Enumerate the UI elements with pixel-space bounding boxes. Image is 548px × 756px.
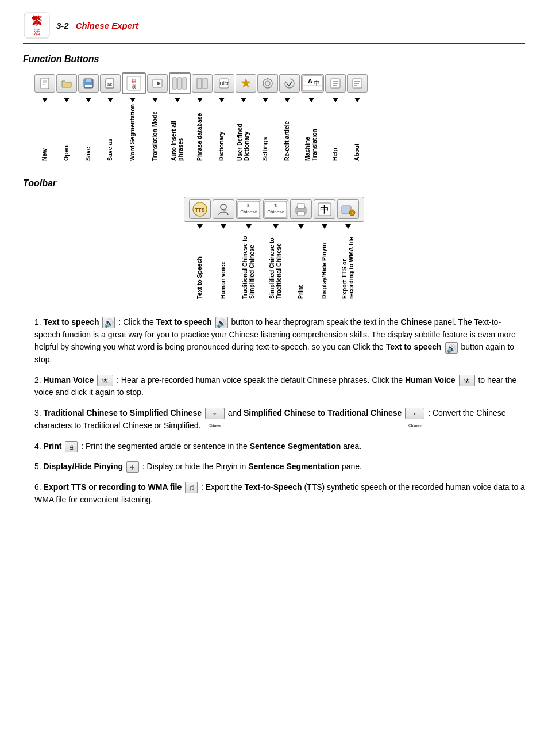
list-num-1: 1. [34, 317, 44, 327]
trad-to-simp-button[interactable]: S:Chinese [236, 199, 261, 219]
user-defined-dictionary-button[interactable] [236, 74, 256, 93]
page-number: 3-2 [56, 21, 69, 30]
toolbar-labels: Text to Speech Human voice Traditional C… [189, 224, 359, 299]
tts-inline-icon-2: 🔊 [215, 317, 228, 328]
human-voice-button[interactable]: 浓 [213, 199, 234, 219]
item6-bold1: Export TTS or recording to WMA file [44, 482, 182, 492]
item1-text2: button to hear theprogram speak the text… [231, 317, 401, 327]
item3-text1: and [228, 408, 244, 417]
svg-rect-18 [172, 78, 176, 89]
svg-text:as: as [107, 82, 112, 87]
phrase-db-label: Phrase database [190, 98, 210, 161]
simp-trad-inline-icon: T:Chinese [405, 408, 424, 419]
list-item-1: 1. Text to speech 🔊 : Click the Text to … [34, 316, 525, 366]
tts-inline-icon-1: 🔊 [102, 317, 115, 328]
auto-insert-phrases-button[interactable] [171, 74, 189, 93]
svg-text:浓: 浓 [221, 208, 226, 214]
list-num-2: 2. [34, 375, 44, 385]
svg-point-27 [265, 81, 270, 86]
save-label: Save [78, 98, 99, 161]
pinyin-label: Display/Hide Pinyin [314, 224, 335, 299]
svg-point-26 [263, 79, 272, 88]
save-as-label: Save as [100, 98, 121, 161]
re-edit-label: Re-edit article [277, 98, 298, 161]
simp-to-trad-button[interactable]: T:Chinese [263, 199, 288, 219]
word-segmentation-button[interactable]: 拼漢 [124, 74, 144, 93]
pinyin-inline-icon: 中 [126, 461, 139, 473]
display-hide-pinyin-button[interactable]: 中 [314, 199, 335, 219]
about-label: About [347, 98, 368, 161]
tts-button[interactable]: TTS [189, 199, 211, 219]
svg-text:Chinese: Chinese [267, 209, 284, 214]
item5-bold2: Sentence Segmentation [248, 462, 339, 471]
open-label: Open [56, 98, 77, 161]
export-wma-inline-icon: 🎵 [185, 482, 198, 493]
word-seg-group: 拼漢 [122, 72, 146, 94]
list-item-2: 2. Human Voice 浓 : Hear a pre-recorded h… [34, 374, 525, 399]
settings-button[interactable] [257, 74, 278, 93]
item1-bold1: Text to speech [44, 317, 99, 327]
list-num-5: 5. [34, 462, 44, 471]
function-buttons-section: Function Buttons as 拼漢 [23, 54, 525, 161]
item5-bold1: Display/Hide Pinying [44, 462, 123, 471]
help-button[interactable] [325, 74, 346, 93]
about-button[interactable] [347, 74, 368, 93]
list-item-5: 5. Display/Hide Pinying 中 : Display or h… [34, 460, 525, 473]
svg-text:漢: 漢 [132, 84, 136, 89]
svg-text:T:: T: [274, 204, 277, 208]
trad-simp-label: Traditional Chinese to Simplified Chines… [236, 224, 261, 299]
translation-mode-button[interactable] [147, 74, 168, 93]
tts-label: Text to Speech [189, 224, 211, 299]
app-logo: 繁 活 [23, 11, 51, 39]
export-wma-button[interactable]: ♪ [337, 199, 359, 219]
svg-marker-29 [285, 80, 288, 83]
simp-trad-label: Simplified Chinese to Traditional Chines… [263, 224, 288, 299]
toolbar-diagram: TTS 浓 S:Chinese T:Chinese 中 [23, 197, 525, 299]
print-button[interactable] [290, 199, 312, 219]
list-item-3: 3. Traditional Chinese to Simplified Chi… [34, 407, 525, 432]
trans-mode-label: Translation Mode [145, 98, 165, 161]
machine-translation-button[interactable]: A中 [301, 74, 324, 93]
svg-rect-21 [197, 78, 202, 89]
svg-text:Dict: Dict [219, 80, 229, 86]
app-name: Chinese Expert [76, 21, 138, 30]
re-edit-article-button[interactable] [279, 74, 300, 93]
svg-rect-22 [203, 78, 207, 89]
item1-bold3: Chinese [400, 317, 431, 327]
list-item-6: 6. Export TTS or recording to WMA file 🎵… [34, 481, 525, 506]
page-header: 繁 活 3-2 Chinese Expert [23, 11, 525, 44]
dictionary-button[interactable]: Dict [214, 74, 234, 93]
function-buttons-diagram: as 拼漢 Dict [34, 72, 525, 161]
save-as-button[interactable]: as [100, 74, 121, 93]
item5-text2: pane. [339, 462, 362, 471]
svg-rect-8 [86, 79, 91, 82]
user-dict-label: User Defined Dictionary [233, 98, 254, 161]
svg-text:中: 中 [320, 205, 329, 214]
svg-text:A: A [308, 78, 312, 85]
open-button[interactable] [56, 74, 77, 93]
save-button[interactable] [78, 74, 99, 93]
phrase-database-button[interactable] [192, 74, 213, 93]
new-label: New [34, 98, 55, 161]
auto-insert-label: Auto insert all phrases [167, 98, 188, 161]
item5-text1: : Display or hide the Pinyin in [142, 462, 248, 471]
svg-marker-25 [241, 79, 250, 87]
item4-bold2: Sentence Segmentation [250, 442, 341, 451]
help-label: Help [325, 98, 346, 161]
item1-text1: : Click the [118, 317, 156, 327]
auto-insert-group [169, 72, 191, 94]
item6-text1: : Export the [201, 482, 244, 492]
svg-text:活: 活 [34, 29, 40, 36]
dict-label: Dictionary [211, 98, 232, 161]
svg-rect-3 [41, 78, 49, 89]
new-button[interactable] [34, 74, 55, 93]
svg-rect-20 [183, 78, 187, 89]
word-seg-label: Word Segmentation [122, 98, 144, 161]
svg-rect-9 [85, 85, 92, 87]
item6-bold2: Text-to-Speech [244, 482, 302, 492]
trad-simp-inline-icon: S:Chinese [205, 408, 225, 419]
svg-rect-53 [298, 204, 304, 208]
svg-text:拼: 拼 [132, 79, 136, 84]
function-buttons-icons-row: as 拼漢 Dict [34, 72, 368, 94]
item4-bold1: Print [44, 442, 62, 451]
